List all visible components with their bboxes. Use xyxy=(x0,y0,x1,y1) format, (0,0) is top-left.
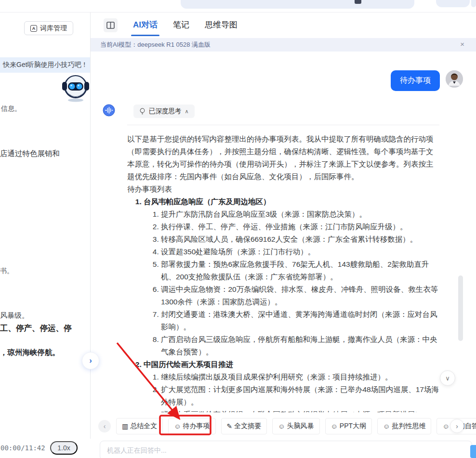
dictionary-manage-button[interactable]: A 词库管理 xyxy=(24,21,73,35)
chip-icon xyxy=(278,423,285,430)
thinking-divider xyxy=(127,125,439,125)
ai-answer-text: 以下是基于您提供的转写内容整理出的待办事项列表。我从中提取了所有明确或隐含的行动… xyxy=(127,133,439,416)
transcript-fragment: 工、停产、停运、停 xyxy=(0,323,72,334)
tab-ai-chat[interactable]: AI对话 xyxy=(133,19,158,31)
chevron-up-icon: ∧ xyxy=(185,108,189,115)
transcript-fragment: 书。 xyxy=(0,267,13,275)
chip-icon xyxy=(383,423,390,430)
lightbulb-icon xyxy=(139,108,145,115)
model-notice-bar: 当前AI模型：deepseek R1 0528 满血版 × xyxy=(91,38,476,52)
chip-icon xyxy=(442,423,449,430)
transcript-fragment: 风暴级。 xyxy=(0,311,29,320)
deep-think-label: 已深度思考 xyxy=(149,107,182,116)
action-chip-label: 全文摘要 xyxy=(234,422,261,431)
topbar-pill xyxy=(471,0,476,7)
split-view-button[interactable] xyxy=(104,18,118,32)
action-chip[interactable]: 全文摘要 xyxy=(221,418,267,434)
chips-next-button[interactable]: › xyxy=(450,419,464,433)
chevron-down-icon: ∨ xyxy=(445,375,450,382)
chevron-right-icon: › xyxy=(456,422,458,430)
user-avatar xyxy=(446,70,463,88)
todo-sublist: 提升广东防汛防台风应急响应至3级（来源：国家防总决策）。执行停课、停工、停产、停… xyxy=(144,208,439,358)
chat-area: 待办事项 xyxy=(91,52,476,416)
todo-section-title: 台风韦帕应急响应（广东及周边地区） xyxy=(144,197,271,206)
action-chip[interactable]: 头脑风暴 xyxy=(272,418,319,434)
chip-icon xyxy=(174,423,181,430)
ai-message-content: 已深度思考 ∧ 以下是基于您提供的转写内容整理出的待办事项列表。我从中提取了所有… xyxy=(127,104,439,416)
answer-intro: 以下是基于您提供的转写内容整理出的待办事项列表。我从中提取了所有明确或隐含的行动… xyxy=(127,133,439,183)
todo-section: 台风韦帕应急响应（广东及周边地区） 提升广东防汛防台风应急响应至3级（来源：国家… xyxy=(144,196,439,358)
todo-item: 封闭交通要道：港珠澳大桥、深中通道、黄茅海跨海通道临时封闭（来源：应对台风影响）… xyxy=(161,308,439,333)
todo-section-title: 中国历代绘画大系项目推进 xyxy=(144,360,233,368)
ai-actions-bar: ‹ 总结全文 待办事项 全文摘要 头脑风暴 xyxy=(91,412,476,441)
deep-think-toggle[interactable]: 已深度思考 ∧ xyxy=(133,105,195,118)
transcript-panel: A 词库管理 快来Get听脑使用小技巧吧！ 信息。 店通过特色展销和 书。 风暴… xyxy=(0,13,90,458)
action-chip-list: 总结全文 待办事项 全文摘要 头脑风暴 PPT大纲 xyxy=(116,418,476,434)
action-chip[interactable]: 批判性思维 xyxy=(377,418,431,434)
ai-message-row: 已深度思考 ∧ 以下是基于您提供的转写内容整理出的待办事项列表。我从中提取了所有… xyxy=(91,91,476,416)
transcript-fragment: ，琼州海峡停航。 xyxy=(0,348,60,358)
action-chip[interactable]: 待办事项 xyxy=(168,418,215,434)
scroll-to-bottom-button[interactable]: ∨ xyxy=(440,370,455,386)
transcript-fragment: 店通过特色展销和 xyxy=(0,149,60,159)
close-icon[interactable]: × xyxy=(460,40,464,48)
chevron-right-icon: › xyxy=(89,356,92,366)
topbar-pill xyxy=(181,0,414,9)
top-toolbar-strip xyxy=(0,0,476,13)
action-chip-label: 头脑风暴 xyxy=(287,422,314,431)
dictionary-manage-label: 词库管理 xyxy=(40,24,67,33)
chevron-left-icon: ‹ xyxy=(104,422,106,430)
chip-icon xyxy=(122,423,128,430)
playback-speed-button[interactable]: 1.0x xyxy=(50,441,78,455)
user-message-bubble: 待办事项 xyxy=(391,70,440,91)
send-button-fragment[interactable] xyxy=(470,445,476,458)
todo-item: 设置超350处避险场所（来源：江门市行动）。 xyxy=(161,246,439,258)
split-view-icon xyxy=(106,22,115,29)
action-chip[interactable]: 总结全文 xyxy=(116,418,163,434)
message-composer xyxy=(100,441,472,458)
action-chip-label: PPT大纲 xyxy=(340,422,366,431)
message-input[interactable] xyxy=(107,446,465,454)
todo-section: 中国历代绘画大系项目推进 继续后续编撰出版及项目成果保护利用研究（来源：项目持续… xyxy=(144,358,439,416)
todo-item: 继续后续编撰出版及项目成果保护利用研究（来源：项目持续推进）。 xyxy=(161,371,439,383)
scrollbar-thumb[interactable] xyxy=(458,275,463,341)
panel-expand-button[interactable]: › xyxy=(82,352,99,369)
todo-item: 转移高风险区域人员，确保669162人安全（来源：广东全省累计转移数据）。 xyxy=(161,233,439,246)
action-chip-label: 批判性思维 xyxy=(392,422,425,431)
user-message-row: 待办事项 xyxy=(91,52,476,91)
tab-mindmap[interactable]: 思维导图 xyxy=(205,19,238,31)
audio-time: 00:00/11:42 xyxy=(0,444,45,452)
todo-item: 广西启动台风三级应急响应，停航所有船舶和海上游艇，撤离作业人员（来源：中央气象台… xyxy=(161,333,439,358)
tip-bubble: 快来Get听脑使用小技巧吧！ xyxy=(0,57,90,73)
chips-prev-button[interactable]: ‹ xyxy=(98,420,111,432)
dictionary-icon: A xyxy=(30,25,37,32)
todo-list-title: 待办事项列表 xyxy=(127,183,439,196)
model-notice-text: 当前AI模型：deepseek R1 0528 满血版 xyxy=(100,40,211,49)
robot-mascot xyxy=(62,73,90,105)
todo-item: 扩大展览范围：计划更多国内巡展和海外特展（来源：已举办48场国内巡展、17场海外… xyxy=(161,383,439,408)
action-chip[interactable]: PPT大纲 xyxy=(325,418,372,434)
todo-sublist: 继续后续编撰出版及项目成果保护利用研究（来源：项目持续推进）。扩大展览范围：计划… xyxy=(144,371,439,416)
topbar-icon-fragment xyxy=(355,0,361,4)
ai-avatar xyxy=(103,104,115,117)
action-chip-label: 待办事项 xyxy=(183,422,210,431)
topbar-pill xyxy=(436,0,470,7)
todo-item: 部署救援力量：预热6家应急救援手段、76架无人机、143艘救助船、2架救助直升机… xyxy=(161,258,439,283)
tab-bar: AI对话 笔记 思维导图 xyxy=(91,13,476,38)
chip-icon xyxy=(227,423,233,430)
todo-item: 执行停课、停工、停产、停运、停业措施（来源：江门市防风响应升级）。 xyxy=(161,221,439,233)
transcript-fragment: 信息。 xyxy=(1,105,21,113)
playback-speed-label: 1.0x xyxy=(57,444,70,452)
chip-icon xyxy=(331,423,338,430)
todo-main-list: 台风韦帕应急响应（广东及周边地区） 提升广东防汛防台风应急响应至3级（来源：国家… xyxy=(127,196,439,416)
action-chip-label: 总结全文 xyxy=(130,422,157,431)
todo-item: 调运中央应急物资：20万条编织袋、排水泵、橡皮舟、冲锋舟、照明设备、救生衣等13… xyxy=(161,283,439,308)
todo-item: 提升广东防汛防台风应急响应至3级（来源：国家防总决策）。 xyxy=(161,208,439,221)
tab-notes[interactable]: 笔记 xyxy=(173,19,189,31)
